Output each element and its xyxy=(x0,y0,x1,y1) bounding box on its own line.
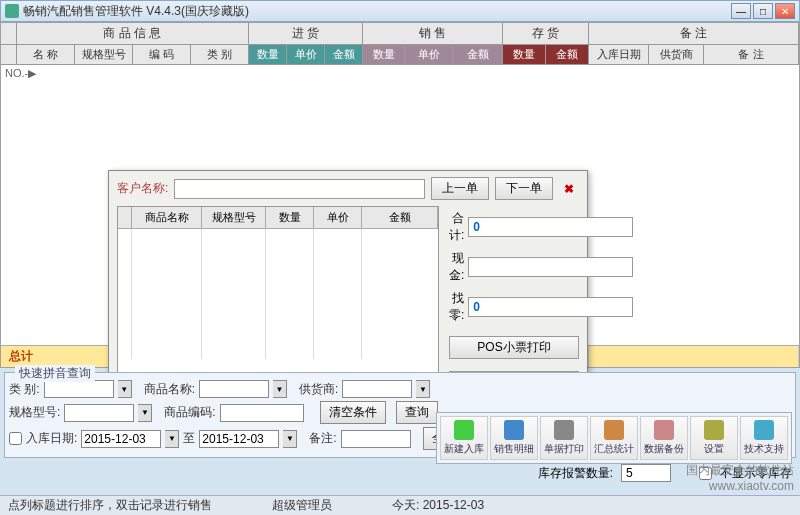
status-user: 超级管理员 xyxy=(272,497,332,514)
lbl-code: 商品编码: xyxy=(164,404,215,421)
settings-button[interactable]: 设置 xyxy=(690,416,738,460)
name-dropdown-icon[interactable]: ▼ xyxy=(273,380,287,398)
group-info[interactable]: 商 品 信 息 xyxy=(17,23,249,45)
database-icon xyxy=(654,420,674,440)
date-to-dropdown-icon[interactable]: ▼ xyxy=(283,430,297,448)
indate-checkbox[interactable] xyxy=(9,432,22,445)
cat-input[interactable] xyxy=(44,380,114,398)
alarm-input[interactable] xyxy=(621,464,671,482)
customer-label: 客户名称: xyxy=(117,180,168,197)
new-stock-button[interactable]: 新建入库 xyxy=(440,416,488,460)
col-code[interactable]: 编 码 xyxy=(133,45,191,65)
lbl-remark: 备注: xyxy=(309,430,336,447)
col-remark[interactable]: 备 注 xyxy=(704,45,799,65)
change-value xyxy=(468,297,633,317)
prev-order-button[interactable]: 上一单 xyxy=(431,177,489,200)
cash-label: 现金: xyxy=(449,250,464,284)
lbl-to: 至 xyxy=(183,430,195,447)
shield-icon xyxy=(754,420,774,440)
magnifier-icon xyxy=(504,420,524,440)
titlebar: 畅销汽配销售管理软件 V4.4.3(国庆珍藏版) — □ ✕ xyxy=(0,0,800,22)
cat-dropdown-icon[interactable]: ▼ xyxy=(118,380,132,398)
customer-input[interactable] xyxy=(174,179,425,199)
code-input[interactable] xyxy=(220,404,304,422)
col-p-qty[interactable]: 数量 xyxy=(249,45,287,65)
print-button[interactable]: 单据打印 xyxy=(540,416,588,460)
support-button[interactable]: 技术支持 xyxy=(740,416,788,460)
calendar-icon xyxy=(604,420,624,440)
date-to-input[interactable] xyxy=(199,430,279,448)
col-s-price[interactable]: 单价 xyxy=(405,45,453,65)
ocol-spec[interactable]: 规格型号 xyxy=(202,207,266,229)
cash-input[interactable] xyxy=(468,257,633,277)
next-order-button[interactable]: 下一单 xyxy=(495,177,553,200)
col-k-qty[interactable]: 数量 xyxy=(503,45,546,65)
ocol-price[interactable]: 单价 xyxy=(314,207,362,229)
name-input[interactable] xyxy=(199,380,269,398)
sum-value xyxy=(468,217,633,237)
gear-icon xyxy=(704,420,724,440)
supplier-input[interactable] xyxy=(342,380,412,398)
order-grid[interactable]: 商品名称 规格型号 数量 单价 金额 xyxy=(117,206,439,394)
query-button[interactable]: 查询 xyxy=(396,401,438,424)
col-s-qty[interactable]: 数量 xyxy=(363,45,405,65)
lbl-supplier: 供货商: xyxy=(299,381,338,398)
col-indate[interactable]: 入库日期 xyxy=(589,45,649,65)
stat-button[interactable]: 汇总统计 xyxy=(590,416,638,460)
column-header-row: 名 称 规格型号 编 码 类 别 数量 单价 金额 数量 单价 金额 数量 金额… xyxy=(1,45,799,65)
status-today: 2015-12-03 xyxy=(423,498,484,512)
dialog-close-icon[interactable]: ✖ xyxy=(559,180,579,198)
pos-print-button[interactable]: POS小票打印 xyxy=(449,336,579,359)
lbl-name: 商品名称: xyxy=(144,381,195,398)
spec-input[interactable] xyxy=(64,404,134,422)
close-button[interactable]: ✕ xyxy=(775,3,795,19)
col-k-amt[interactable]: 金额 xyxy=(546,45,589,65)
ocol-amt[interactable]: 金额 xyxy=(362,207,438,229)
lbl-indate: 入库日期: xyxy=(26,430,77,447)
date-from-dropdown-icon[interactable]: ▼ xyxy=(165,430,179,448)
search-title: 快速拼音查询 xyxy=(15,365,95,382)
supplier-dropdown-icon[interactable]: ▼ xyxy=(416,380,430,398)
group-stock[interactable]: 存 货 xyxy=(503,23,589,45)
date-from-input[interactable] xyxy=(81,430,161,448)
printer-icon xyxy=(554,420,574,440)
change-label: 找零: xyxy=(449,290,464,324)
lbl-cat: 类 别: xyxy=(9,381,40,398)
status-today-label: 今天: xyxy=(392,498,419,512)
spec-dropdown-icon[interactable]: ▼ xyxy=(138,404,152,422)
col-spec[interactable]: 规格型号 xyxy=(75,45,133,65)
main-toolbar: 新建入库 销售明细 单据打印 汇总统计 数据备份 设置 技术支持 xyxy=(436,412,792,464)
group-purchase[interactable]: 进 货 xyxy=(249,23,363,45)
status-hint: 点列标题进行排序，双击记录进行销售 xyxy=(8,497,212,514)
statusbar: 点列标题进行排序，双击记录进行销售 超级管理员 今天: 2015-12-03 xyxy=(0,495,800,515)
col-p-price[interactable]: 单价 xyxy=(287,45,325,65)
minimize-button[interactable]: — xyxy=(731,3,751,19)
clear-button[interactable]: 清空条件 xyxy=(320,401,386,424)
alarm-label: 库存报警数量: xyxy=(538,465,613,482)
group-header-row: 商 品 信 息 进 货 销 售 存 货 备 注 xyxy=(1,23,799,45)
group-remark[interactable]: 备 注 xyxy=(589,23,799,45)
remark-input[interactable] xyxy=(341,430,411,448)
lbl-spec: 规格型号: xyxy=(9,404,60,421)
sum-label: 合计: xyxy=(449,210,464,244)
ocol-name[interactable]: 商品名称 xyxy=(132,207,202,229)
row-marker: NO.-▶ xyxy=(5,67,36,80)
ocol-qty[interactable]: 数量 xyxy=(266,207,314,229)
app-icon xyxy=(5,4,19,18)
watermark-corner: 国内最安全的软件站 www.xiaotv.com xyxy=(686,462,794,493)
col-s-amt[interactable]: 金额 xyxy=(453,45,503,65)
col-p-amt[interactable]: 金额 xyxy=(325,45,363,65)
col-name[interactable]: 名 称 xyxy=(17,45,75,65)
plus-icon xyxy=(454,420,474,440)
window-title: 畅销汽配销售管理软件 V4.4.3(国庆珍藏版) xyxy=(23,3,731,20)
col-supplier[interactable]: 供货商 xyxy=(649,45,704,65)
sale-detail-button[interactable]: 销售明细 xyxy=(490,416,538,460)
sale-dialog: 客户名称: 上一单 下一单 ✖ 商品名称 规格型号 数量 单价 金额 xyxy=(108,170,588,403)
maximize-button[interactable]: □ xyxy=(753,3,773,19)
backup-button[interactable]: 数据备份 xyxy=(640,416,688,460)
col-cat[interactable]: 类 别 xyxy=(191,45,249,65)
group-sale[interactable]: 销 售 xyxy=(363,23,503,45)
